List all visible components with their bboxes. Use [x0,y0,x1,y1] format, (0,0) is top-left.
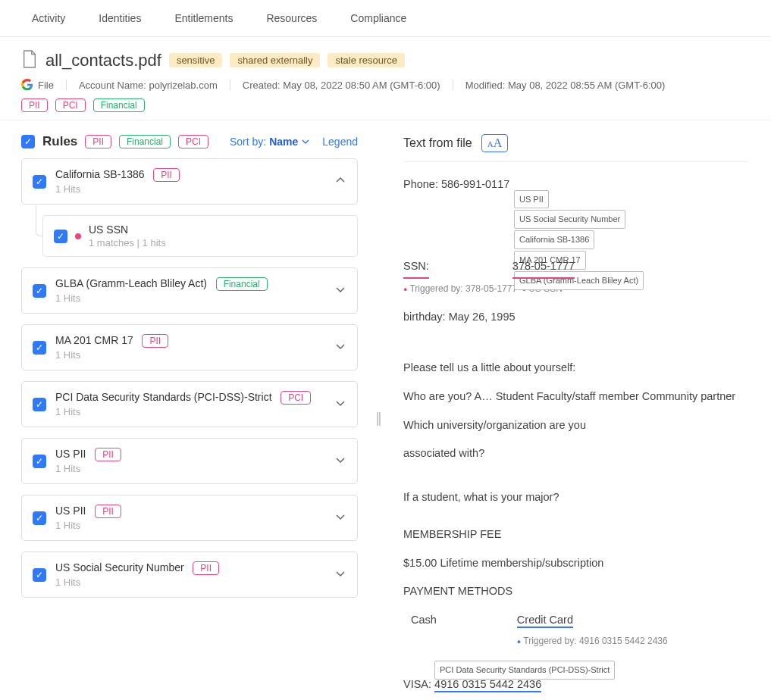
ssn-label: SSN: [403,256,429,280]
rule-hits: 1 Hits [55,183,325,195]
rule-name: GLBA (Gramm-Leach Bliley Act) [55,277,207,289]
trigger-label: Triggered by: 378-05-1777 [403,283,517,294]
rule-card[interactable]: ✓ US PII PII 1 Hits [21,438,358,484]
rule-pill: PII [95,505,121,518]
top-nav: Activity Identities Entitlements Resourc… [0,0,771,37]
rule-pill: PII [142,334,168,348]
sort-dropdown[interactable]: Sort by:Name [230,136,310,148]
rule-checkbox[interactable]: ✓ [33,568,46,582]
rule-pill: Financial [216,277,268,291]
rule-name: California SB-1386 [55,168,145,180]
chevron-down-icon[interactable] [334,511,346,525]
file-header: all_contacts.pdf sensitive shared extern… [0,37,771,120]
rule-checkbox[interactable]: ✓ [33,455,46,468]
visa-label: VISA: [403,678,434,690]
chevron-down-icon[interactable] [334,283,346,298]
rule-pill: PCI [281,391,311,405]
filter-pill-pci[interactable]: PCI [178,135,208,148]
rule-card[interactable]: ✓ MA 201 CMR 17 PII 1 Hits [21,324,358,370]
tag-shared-externally: shared externally [230,53,320,67]
rule-name: US Social Security Number [55,561,184,573]
text-credit-card: Credit Card [517,614,573,628]
tooltip-tag: US PII [514,190,549,209]
account-name: Account Name: polyrizelab.com [79,80,218,91]
rule-pill: PII [193,561,219,575]
created-date: Created: May 08, 2022 08:50 AM (GMT-6:00… [243,80,440,91]
rule-hits: 1 Hits [55,349,325,361]
document-text: Phone: 586-991-0117 US PII US Social Sec… [403,174,750,695]
rule-name: PCI Data Security Standards (PCI-DSS)-St… [55,391,272,403]
rule-pill: PII [153,168,180,182]
chevron-down-icon[interactable] [334,340,346,355]
nav-compliance[interactable]: Compliance [334,0,423,36]
tag-sensitive: sensitive [169,53,223,67]
rule-checkbox[interactable]: ✓ [33,511,46,525]
text-panel-title: Text from file [403,136,472,150]
rule-checkbox[interactable]: ✓ [33,341,46,355]
sub-detail: 1 matches | 1 hits [89,237,346,248]
sort-value: Name [269,136,298,148]
rules-title: Rules [42,134,77,149]
text-size-button[interactable]: AA [481,134,509,152]
rule-pill: PII [95,448,121,461]
document-icon [21,49,38,71]
rule-card[interactable]: ✓ PCI Data Security Standards (PCI-DSS)-… [21,381,358,427]
rule-card[interactable]: ✓ California SB-1386 PII 1 Hits [21,158,358,205]
text-who: Who are you? A… Student Faculty/staff me… [403,386,750,408]
cc-trigger: Triggered by: 4916 0315 5442 2436 [517,636,668,646]
rule-hits: 1 Hits [55,292,325,304]
source-icon: File [21,79,54,91]
pill-pii: PII [21,98,48,112]
rule-checkbox[interactable]: ✓ [33,398,46,411]
chevron-down-icon[interactable] [334,454,346,468]
rule-name: MA 201 CMR 17 [55,334,133,346]
text-payment-header: PAYMENT METHODS [403,581,750,602]
chevron-down-icon[interactable] [334,567,346,582]
modified-date: Modified: May 08, 2022 08:55 AM (GMT-6:0… [465,80,666,91]
rule-card[interactable]: ✓ US Social Security Number PII 1 Hits [21,552,358,598]
text-panel: Text from file AA Phone: 586-991-0117 US… [387,120,771,700]
pci-tooltip: PCI Data Security Standards (PCI-DSS)-St… [434,661,615,680]
chevron-down-icon[interactable] [334,397,346,411]
text-birthday: birthday: May 26, 1995 [403,307,750,328]
rule-hits: 1 Hits [55,577,325,588]
pill-pci: PCI [55,98,86,112]
rule-name: US PII [55,505,86,517]
text-cash: Cash [403,610,437,652]
file-type-label: File [38,80,54,91]
rule-sub-item[interactable]: ✓ US SSN 1 matches | 1 hits [42,215,358,257]
rule-hits: 1 Hits [55,406,325,417]
rule-card[interactable]: ✓ US PII PII 1 Hits [21,495,358,541]
filter-pill-financial[interactable]: Financial [119,135,171,148]
match-indicator-icon [75,233,81,239]
chevron-down-icon [301,137,310,146]
text-univ1: Which university/organization are you [403,415,750,436]
rule-card[interactable]: ✓ GLBA (Gramm-Leach Bliley Act) Financia… [21,267,358,314]
rule-checkbox[interactable]: ✓ [33,284,46,298]
legend-link[interactable]: Legend [322,136,358,148]
rule-hits: 1 Hits [55,463,325,474]
nav-activity[interactable]: Activity [15,0,82,36]
tooltip-tag: California SB-1386 [514,230,594,249]
tag-stale-resource: stale resource [328,53,405,67]
sub-checkbox[interactable]: ✓ [54,230,67,243]
rule-checkbox[interactable]: ✓ [33,175,46,189]
rules-checkbox-all[interactable]: ✓ [21,135,35,148]
sort-prefix: Sort by: [230,136,266,148]
rule-name: US PII [55,448,86,460]
text-major: If a student, what is your major? [403,487,750,508]
text-intro: Please tell us a little about yourself: [403,358,750,379]
nav-resources[interactable]: Resources [249,0,334,36]
ssn-value: 378-05-1777 [512,256,575,280]
pane-resize-handle[interactable]: ‖ [371,120,387,700]
pill-financial: Financial [93,98,145,112]
text-fee-value: $15.00 Lifetime membership/subscription [403,553,750,574]
chevron-up-icon[interactable] [334,174,346,189]
text-univ2: associated with? [403,443,750,464]
filter-pill-pii[interactable]: PII [85,135,111,148]
nav-identities[interactable]: Identities [82,0,158,36]
tooltip-tag: US Social Security Number [514,210,625,229]
sub-name: US SSN [89,223,346,236]
rule-hits: 1 Hits [55,520,325,531]
nav-entitlements[interactable]: Entitlements [158,0,249,36]
